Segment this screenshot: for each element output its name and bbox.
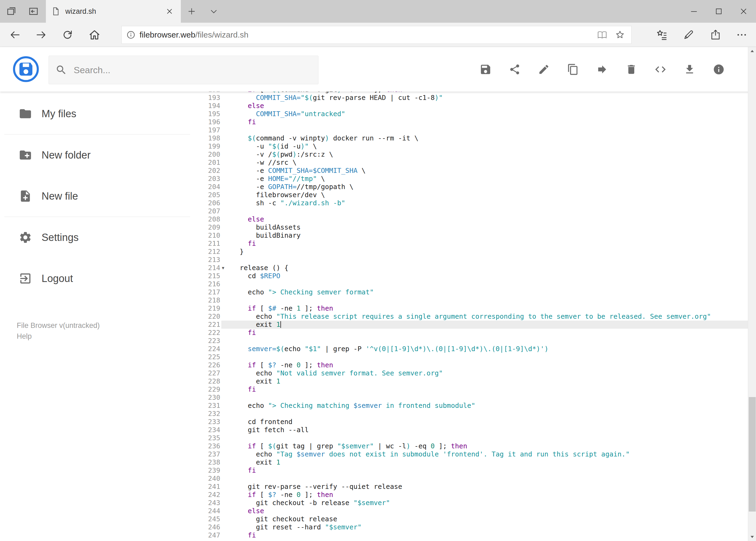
- refresh-button[interactable]: [59, 26, 76, 44]
- code-line[interactable]: 207: [194, 207, 748, 215]
- code-line[interactable]: 233 cd frontend: [194, 418, 748, 426]
- code-line[interactable]: 224 semver=$(echo "$1" | grep -P '^v(0|[…: [194, 345, 748, 353]
- sidebar-item-my-files[interactable]: My files: [0, 93, 194, 134]
- sidebar-item-logout[interactable]: Logout: [0, 258, 194, 299]
- annotate-pen-icon[interactable]: [680, 26, 697, 44]
- code-line[interactable]: 212}: [194, 248, 748, 256]
- rename-button[interactable]: [538, 63, 550, 76]
- search-box[interactable]: Search...: [49, 56, 319, 84]
- code-line[interactable]: 214▾release () {: [194, 264, 748, 272]
- set-tabs-aside-icon[interactable]: [4, 4, 19, 19]
- code-line[interactable]: 245 git checkout release: [194, 515, 748, 523]
- copy-button[interactable]: [567, 63, 579, 76]
- code-line[interactable]: 247 fi: [194, 531, 748, 539]
- code-line[interactable]: 226 if [ $? -ne 0 ]; then: [194, 361, 748, 369]
- code-editor[interactable]: 192 if [ "$(command -v git)" != "" ]; th…: [194, 92, 748, 541]
- code-line[interactable]: 193 COMMIT_SHA="$(git rev-parse HEAD | c…: [194, 94, 748, 102]
- home-button[interactable]: [86, 26, 103, 44]
- code-line[interactable]: 209 buildAssets: [194, 224, 748, 232]
- code-line[interactable]: 239 fi: [194, 466, 748, 475]
- download-button[interactable]: [683, 63, 696, 76]
- code-line[interactable]: 203 -e HOME="//tmp" \: [194, 175, 748, 183]
- code-line[interactable]: 227 echo "Not valid semver format. See s…: [194, 369, 748, 377]
- info-button[interactable]: [712, 63, 725, 76]
- share-file-button[interactable]: [509, 63, 521, 76]
- reading-view-icon[interactable]: [595, 28, 609, 42]
- more-options-icon[interactable]: [733, 26, 750, 44]
- code-line[interactable]: 221 exit 1: [194, 320, 748, 329]
- code-line[interactable]: 217 echo "> Checking semver format": [194, 288, 748, 296]
- code-line[interactable]: 210 buildBinary: [194, 232, 748, 240]
- code-line[interactable]: 225: [194, 353, 748, 361]
- code-line[interactable]: 201 -w //src \: [194, 159, 748, 167]
- code-line[interactable]: 199 -u "$(id -u)" \: [194, 142, 748, 151]
- code-line[interactable]: 205 filebrowser/dev \: [194, 191, 748, 199]
- code-line[interactable]: 208 else: [194, 215, 748, 224]
- address-bar[interactable]: filebrowser.web/files/wizard.sh: [122, 26, 631, 44]
- code-line[interactable]: 218: [194, 296, 748, 304]
- code-line[interactable]: 231 echo "> Checking matching $semver in…: [194, 402, 748, 410]
- code-line[interactable]: 196 fi: [194, 118, 748, 126]
- browser-tab[interactable]: wizard.sh: [46, 0, 181, 23]
- help-link[interactable]: Help: [17, 331, 100, 342]
- move-button[interactable]: [596, 63, 609, 76]
- scroll-up-icon[interactable]: [748, 47, 756, 55]
- code-line[interactable]: 235: [194, 434, 748, 442]
- site-info-icon[interactable]: [126, 30, 136, 40]
- code-line[interactable]: 229 fi: [194, 385, 748, 393]
- code-view-button[interactable]: [654, 63, 667, 76]
- code-line[interactable]: 232: [194, 410, 748, 418]
- code-line[interactable]: 211 fi: [194, 240, 748, 248]
- code-line[interactable]: 234 git fetch --all: [194, 426, 748, 434]
- save-button[interactable]: [479, 63, 492, 76]
- code-line[interactable]: 244 else: [194, 507, 748, 515]
- code-line[interactable]: 213: [194, 256, 748, 264]
- code-line[interactable]: 194 else: [194, 102, 748, 110]
- code-line[interactable]: 202 -e COMMIT_SHA=$COMMIT_SHA \: [194, 167, 748, 175]
- code-line[interactable]: 236 if [ $(git tag | grep "$semver" | wc…: [194, 442, 748, 450]
- code-line[interactable]: 197: [194, 126, 748, 134]
- code-line[interactable]: 242 if [ $? -ne 0 ]; then: [194, 491, 748, 499]
- sidebar-item-new-folder[interactable]: New folder: [0, 135, 194, 176]
- tab-list-chevron-icon[interactable]: [206, 4, 221, 19]
- code-line[interactable]: 198 $(command -v winpty) docker run --rm…: [194, 134, 748, 142]
- tab-preview-icon[interactable]: [26, 4, 41, 19]
- code-line[interactable]: 222 fi: [194, 329, 748, 337]
- scrollbar-thumb[interactable]: [749, 397, 756, 512]
- code-line[interactable]: 228 exit 1: [194, 377, 748, 385]
- delete-button[interactable]: [625, 63, 637, 76]
- sidebar-item-new-file[interactable]: New file: [0, 176, 194, 217]
- vertical-scrollbar[interactable]: [748, 47, 756, 541]
- maximize-button[interactable]: [706, 0, 731, 23]
- filebrowser-logo[interactable]: [13, 56, 39, 82]
- code-line[interactable]: 195 COMMIT_SHA="untracked": [194, 110, 748, 118]
- close-button[interactable]: [731, 0, 756, 23]
- back-button[interactable]: [6, 26, 24, 44]
- favorite-star-icon[interactable]: [613, 28, 627, 42]
- code-line[interactable]: 215 cd $REPO: [194, 272, 748, 280]
- code-line[interactable]: 216: [194, 280, 748, 288]
- code-line[interactable]: 206 sh -c "./wizard.sh -b": [194, 199, 748, 207]
- code-line[interactable]: 238 exit 1: [194, 458, 748, 466]
- code-line[interactable]: 220 echo "This release script requires a…: [194, 312, 748, 320]
- code-line[interactable]: 240: [194, 475, 748, 483]
- share-icon[interactable]: [707, 26, 724, 44]
- sidebar-item-settings[interactable]: Settings: [0, 217, 194, 258]
- scroll-down-icon[interactable]: [748, 533, 756, 541]
- code-line[interactable]: 200 -v /$(pwd):/src:z \: [194, 151, 748, 159]
- tab-close-icon[interactable]: [163, 5, 175, 17]
- forward-button[interactable]: [32, 26, 50, 44]
- minimize-button[interactable]: [681, 0, 706, 23]
- new-tab-button[interactable]: [184, 4, 199, 19]
- code-line[interactable]: 192 if [ "$(command -v git)" != "" ]; th…: [194, 92, 748, 94]
- code-line[interactable]: 230: [194, 393, 748, 402]
- hub-icon[interactable]: [653, 26, 670, 44]
- code-line[interactable]: 223: [194, 337, 748, 345]
- fold-arrow-icon[interactable]: ▾: [222, 264, 229, 272]
- code-line[interactable]: 219 if [ $# -ne 1 ]; then: [194, 304, 748, 312]
- code-line[interactable]: 204 -e GOPATH=//tmp/gopath \: [194, 183, 748, 191]
- code-line[interactable]: 237 echo "Tag $semver does not exist in …: [194, 450, 748, 458]
- code-line[interactable]: 246 git reset --hard "$semver": [194, 523, 748, 531]
- code-line[interactable]: 241 git rev-parse --verify --quiet relea…: [194, 483, 748, 491]
- code-line[interactable]: 243 git checkout -b release "$semver": [194, 499, 748, 507]
